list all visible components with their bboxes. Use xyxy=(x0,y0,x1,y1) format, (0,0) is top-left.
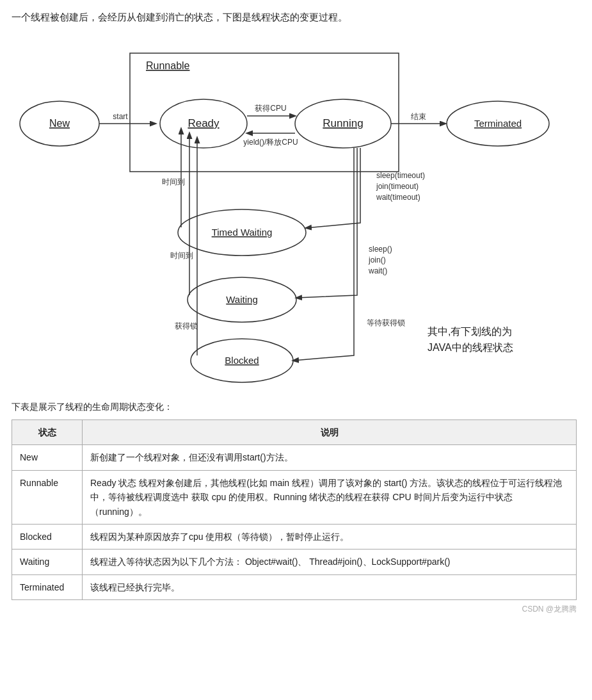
svg-text:获得CPU: 获得CPU xyxy=(255,104,286,113)
svg-text:yield()/释放CPU: yield()/释放CPU xyxy=(243,138,298,147)
svg-text:Runnable: Runnable xyxy=(146,60,190,71)
svg-text:等待获得锁: 等待获得锁 xyxy=(367,318,405,327)
description-cell: 线程因为某种原因放弃了cpu 使用权（等待锁），暂时停止运行。 xyxy=(83,524,577,549)
svg-text:Terminated: Terminated xyxy=(474,118,522,129)
intro-text: 一个线程被创建后，会经历从创建到消亡的状态，下图是线程状态的变更过程。 xyxy=(12,12,577,24)
svg-text:时间到: 时间到 xyxy=(170,251,193,260)
svg-text:Running: Running xyxy=(323,117,363,129)
state-cell: Runnable xyxy=(12,470,83,524)
svg-text:New: New xyxy=(49,118,70,129)
svg-text:join(): join() xyxy=(368,256,386,265)
svg-text:获得锁: 获得锁 xyxy=(175,322,198,330)
description-cell: 该线程已经执行完毕。 xyxy=(83,574,577,599)
table-row: Blocked线程因为某种原因放弃了cpu 使用权（等待锁），暂时停止运行。 xyxy=(12,524,577,549)
watermark: CSDN @龙腾腾 xyxy=(12,604,577,615)
description-cell: 新创建了一个线程对象，但还没有调用start()方法。 xyxy=(83,445,577,470)
svg-text:Timed Waiting: Timed Waiting xyxy=(212,227,273,238)
state-cell: Terminated xyxy=(12,574,83,599)
svg-text:sleep(timeout): sleep(timeout) xyxy=(376,171,425,180)
table-row: Terminated该线程已经执行完毕。 xyxy=(12,574,577,599)
state-cell: New xyxy=(12,445,83,470)
table-row: RunnableReady 状态 线程对象创建后，其他线程(比如 main 线程… xyxy=(12,470,577,524)
state-table: 状态 说明 New新创建了一个线程对象，但还没有调用start()方法。Runn… xyxy=(12,419,577,600)
state-cell: Waiting xyxy=(12,549,83,574)
col-header-state: 状态 xyxy=(12,420,83,445)
table-intro: 下表是展示了线程的生命周期状态变化： xyxy=(12,402,577,413)
svg-text:JAVA中的线程状态: JAVA中的线程状态 xyxy=(428,342,513,353)
svg-text:wait(): wait() xyxy=(368,266,387,275)
svg-text:Waiting: Waiting xyxy=(226,294,257,305)
table-row: Waiting线程进入等待状态因为以下几个方法： Object#wait()、 … xyxy=(12,549,577,574)
description-cell: 线程进入等待状态因为以下几个方法： Object#wait()、 Thread#… xyxy=(83,549,577,574)
svg-text:Ready: Ready xyxy=(188,117,220,129)
table-row: New新创建了一个线程对象，但还没有调用start()方法。 xyxy=(12,445,577,470)
description-cell: Ready 状态 线程对象创建后，其他线程(比如 main 线程）调用了该对象的… xyxy=(83,470,577,524)
svg-text:其中,有下划线的为: 其中,有下划线的为 xyxy=(428,326,512,337)
svg-text:join(timeout): join(timeout) xyxy=(376,182,419,191)
state-cell: Blocked xyxy=(12,524,83,549)
svg-text:结束: 结束 xyxy=(411,112,426,121)
svg-text:start: start xyxy=(113,112,128,121)
col-header-desc: 说明 xyxy=(83,420,577,445)
svg-text:wait(timeout): wait(timeout) xyxy=(376,193,420,202)
svg-text:Blocked: Blocked xyxy=(225,355,259,366)
svg-text:时间到: 时间到 xyxy=(162,177,185,186)
state-diagram: Runnable New Ready Running Terminated st… xyxy=(12,34,568,393)
svg-text:sleep(): sleep() xyxy=(369,245,392,254)
